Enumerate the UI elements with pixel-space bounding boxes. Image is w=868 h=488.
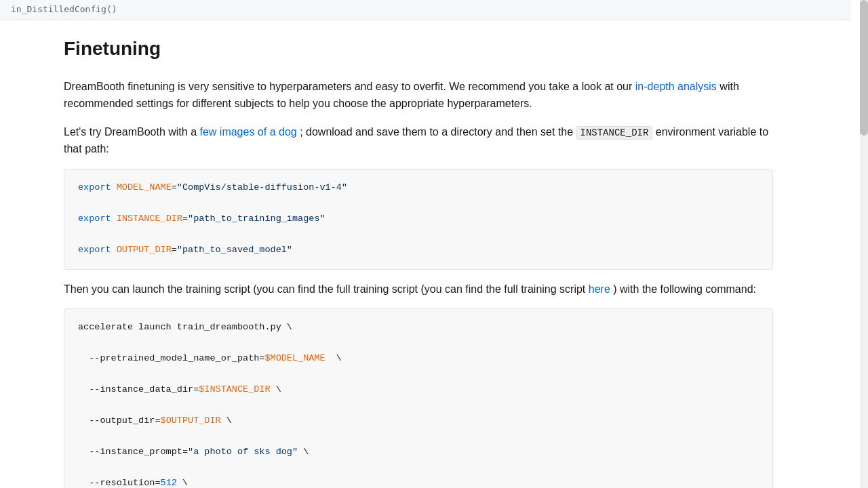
export-commands-block: export MODEL_NAME="CompVis/stable-diffus… (64, 169, 773, 270)
section3-text-1: Then you can launch the training script … (64, 283, 418, 295)
instance-dir-code: INSTANCE_DIR (576, 126, 653, 140)
instance-dir-paragraph: Let's try DreamBooth with a few images o… (64, 123, 773, 158)
scrollbar[interactable] (860, 0, 868, 488)
section3-text-2: ) with the following command: (613, 283, 756, 295)
intro-text-1: DreamBooth finetuning is very sensitive … (64, 81, 632, 92)
in-depth-analysis-link[interactable]: in-depth analysis (635, 81, 717, 92)
few-images-link[interactable]: few images of a dog (199, 126, 296, 138)
section2-text-1: Let's try DreamBooth with a (64, 126, 197, 138)
accelerate-command-block: accelerate launch train_dreambooth.py \ … (64, 308, 773, 488)
launch-script-paragraph: Then you can launch the training script … (64, 281, 773, 298)
main-content[interactable]: in_DistilledConfig() Finetuning DreamBoo… (0, 0, 851, 488)
here-link[interactable]: here (589, 283, 610, 295)
scrollbar-thumb[interactable] (860, 0, 868, 136)
top-bar: in_DistilledConfig() (0, 0, 851, 20)
top-bar-text: in_DistilledConfig() (11, 4, 117, 14)
page-title: Finetuning (64, 34, 773, 64)
section2-text-2: ; download and save them to a directory … (300, 126, 573, 138)
intro-paragraph: DreamBooth finetuning is very sensitive … (64, 78, 773, 113)
